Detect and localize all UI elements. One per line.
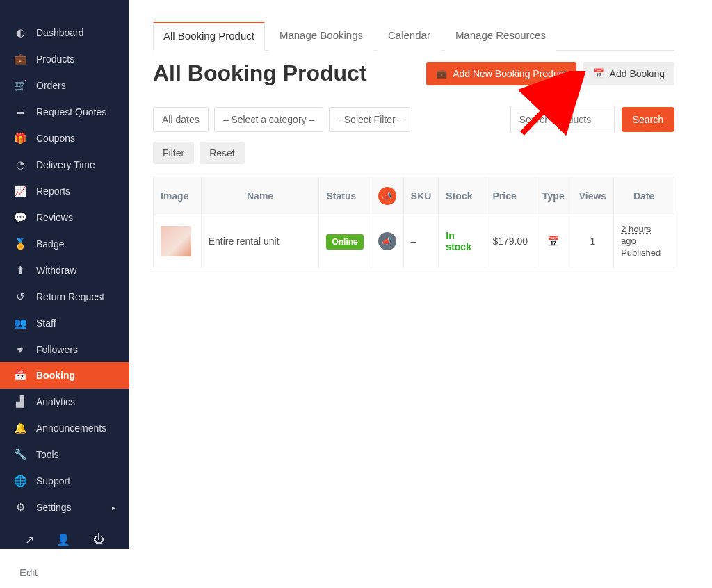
col-stock: Stock bbox=[439, 177, 485, 215]
tab-label: Calendar bbox=[388, 29, 430, 41]
sidebar-item-announcements[interactable]: 🔔 Announcements bbox=[0, 415, 129, 441]
sidebar-item-coupons[interactable]: 🎁 Coupons bbox=[0, 125, 129, 152]
sidebar-item-label: Withdraw bbox=[36, 265, 76, 276]
sidebar-item-dashboard[interactable]: ◐ Dashboard bbox=[0, 19, 129, 46]
stock-status: In stock bbox=[446, 230, 471, 252]
sidebar-item-label: Staff bbox=[36, 318, 56, 329]
add-new-booking-product-button[interactable]: 💼 Add New Booking Product bbox=[426, 62, 576, 85]
power-icon[interactable]: ⏻ bbox=[93, 533, 104, 546]
cart-icon: 🛒 bbox=[14, 79, 26, 92]
date-status: Published bbox=[621, 247, 661, 258]
sidebar-item-tools[interactable]: 🔧 Tools bbox=[0, 441, 129, 468]
upload-icon: ⬆ bbox=[14, 264, 26, 277]
heart-icon: ♥ bbox=[14, 343, 26, 355]
cell-name: Entire rental unit bbox=[201, 215, 319, 268]
wrench-icon: 🔧 bbox=[14, 448, 26, 461]
globe-icon: 🌐 bbox=[14, 475, 26, 487]
cell-promo: 📣 bbox=[371, 215, 403, 268]
sidebar-item-label: Tools bbox=[36, 449, 59, 460]
sidebar-item-label: Badge bbox=[36, 238, 64, 250]
main-content: All Booking Product Manage Bookings Cale… bbox=[129, 0, 712, 549]
sidebar-item-followers[interactable]: ♥ Followers bbox=[0, 336, 129, 362]
category-filter-select[interactable]: – Select a category – bbox=[214, 107, 324, 132]
sidebar-item-label: Request Quotes bbox=[36, 106, 106, 117]
type-filter-select[interactable]: - Select Filter - bbox=[329, 107, 410, 132]
col-promo: 📣 bbox=[371, 177, 403, 215]
sidebar-item-label: Booking bbox=[36, 370, 75, 381]
sidebar-item-delivery-time[interactable]: ◔ Delivery Time bbox=[0, 152, 129, 178]
col-views: Views bbox=[572, 177, 613, 215]
list-icon: ≣ bbox=[14, 106, 26, 118]
chat-icon: 💬 bbox=[14, 211, 26, 224]
cell-type: 📅 bbox=[535, 215, 572, 268]
add-booking-button[interactable]: 📅 Add Booking bbox=[583, 62, 674, 85]
sidebar-item-settings[interactable]: ⚙ Settings ▸ bbox=[0, 494, 129, 521]
reset-button[interactable]: Reset bbox=[200, 142, 245, 164]
tab-manage-bookings[interactable]: Manage Bookings bbox=[269, 22, 373, 51]
sidebar-item-label: Analytics bbox=[36, 396, 75, 407]
sidebar-item-analytics[interactable]: ▟ Analytics bbox=[0, 389, 129, 415]
sidebar-item-support[interactable]: 🌐 Support bbox=[0, 468, 129, 494]
cell-sku: – bbox=[403, 215, 439, 268]
page-title: All Booking Product bbox=[153, 60, 367, 86]
sidebar-item-reviews[interactable]: 💬 Reviews bbox=[0, 204, 129, 231]
sidebar-item-label: Followers bbox=[36, 344, 78, 355]
sidebar-item-label: Products bbox=[36, 54, 74, 65]
sidebar-item-request-quotes[interactable]: ≣ Request Quotes bbox=[0, 99, 129, 125]
col-sku: SKU bbox=[403, 177, 439, 215]
dates-filter-select[interactable]: All dates bbox=[153, 107, 209, 132]
cell-views: 1 bbox=[572, 215, 613, 268]
filter-button[interactable]: Filter bbox=[153, 142, 194, 164]
sidebar-item-label: Reviews bbox=[36, 212, 73, 223]
button-label: Filter bbox=[163, 147, 184, 158]
booking-products-table: Image Name Status 📣 SKU Stock Price Type… bbox=[153, 177, 674, 268]
sidebar-item-badge[interactable]: 🏅 Badge bbox=[0, 231, 129, 257]
search-button[interactable]: Search bbox=[622, 107, 674, 132]
tab-all-booking-product[interactable]: All Booking Product bbox=[153, 22, 265, 51]
select-label: - Select Filter - bbox=[338, 114, 401, 125]
sidebar-item-orders[interactable]: 🛒 Orders bbox=[0, 72, 129, 99]
sidebar-item-booking[interactable]: 📅 Booking bbox=[0, 362, 129, 389]
table-row[interactable]: Entire rental unit Online 📣 – In stock $… bbox=[154, 215, 674, 268]
undo-icon: ↺ bbox=[14, 291, 26, 303]
sidebar-item-label: Support bbox=[36, 475, 70, 487]
sidebar-item-staff[interactable]: 👥 Staff bbox=[0, 310, 129, 336]
calendar-icon: 📅 bbox=[547, 236, 559, 247]
col-image: Image bbox=[154, 177, 202, 215]
tab-manage-resources[interactable]: Manage Resources bbox=[445, 22, 556, 51]
col-price: Price bbox=[485, 177, 535, 215]
edit-link[interactable]: Edit bbox=[19, 566, 38, 578]
user-icon[interactable]: 👤 bbox=[56, 533, 70, 546]
sidebar-item-products[interactable]: 💼 Products bbox=[0, 46, 129, 72]
sidebar-item-label: Coupons bbox=[36, 133, 75, 144]
button-label: Add New Booking Product bbox=[453, 68, 566, 79]
cell-date: 2 hours ago Published bbox=[614, 215, 674, 268]
tab-calendar[interactable]: Calendar bbox=[378, 22, 441, 51]
bell-icon: 🔔 bbox=[14, 422, 26, 434]
sidebar-item-label: Announcements bbox=[36, 423, 106, 434]
cell-image bbox=[154, 215, 202, 268]
briefcase-icon: 💼 bbox=[14, 53, 26, 65]
bullhorn-icon[interactable]: 📣 bbox=[378, 232, 396, 250]
sidebar-item-return-request[interactable]: ↺ Return Request bbox=[0, 284, 129, 310]
button-label: Reset bbox=[209, 147, 235, 158]
gift-icon: 🎁 bbox=[14, 132, 26, 145]
external-link-icon[interactable]: ↗ bbox=[25, 533, 34, 546]
cell-price: $179.00 bbox=[485, 215, 535, 268]
cell-status: Online bbox=[319, 215, 371, 268]
clock-icon: ◔ bbox=[14, 158, 26, 171]
sidebar-item-reports[interactable]: 📈 Reports bbox=[0, 178, 129, 204]
cell-stock: In stock bbox=[439, 215, 485, 268]
chart-icon: 📈 bbox=[14, 185, 26, 197]
sidebar-item-label: Dashboard bbox=[36, 27, 84, 38]
sidebar-item-withdraw[interactable]: ⬆ Withdraw bbox=[0, 257, 129, 284]
status-badge: Online bbox=[326, 234, 363, 250]
users-icon: 👥 bbox=[14, 317, 26, 329]
tab-label: Manage Resources bbox=[455, 29, 546, 41]
search-products-input[interactable] bbox=[510, 106, 615, 133]
calendar-icon: 📅 bbox=[14, 369, 26, 382]
sidebar-item-label: Delivery Time bbox=[36, 159, 95, 170]
briefcase-icon: 💼 bbox=[436, 68, 447, 79]
badge-icon: 🏅 bbox=[14, 238, 26, 250]
sidebar: ◐ Dashboard 💼 Products 🛒 Orders ≣ Reques… bbox=[0, 0, 129, 549]
